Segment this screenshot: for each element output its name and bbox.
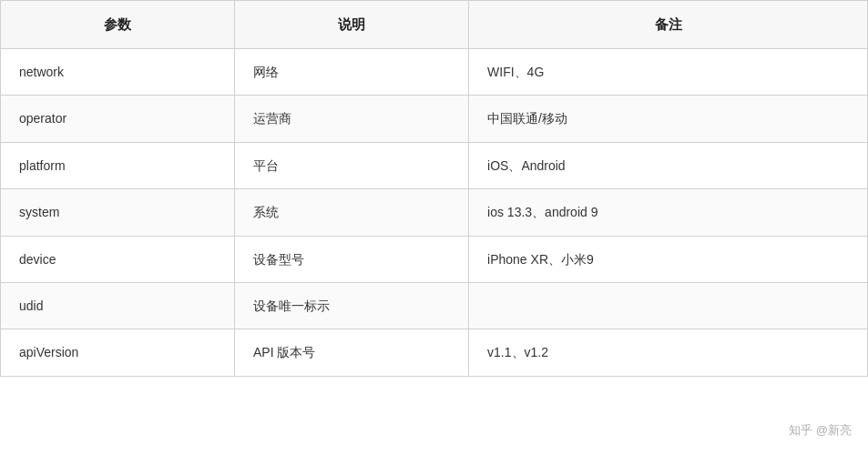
table-wrapper: 参数 说明 备注 network网络WIFI、4Goperator运营商中国联通…	[0, 0, 868, 455]
header-param: 参数	[1, 1, 235, 49]
cell-note-5	[469, 282, 868, 329]
cell-note-4: iPhone XR、小米9	[469, 236, 868, 282]
cell-note-6: v1.1、v1.2	[469, 329, 868, 376]
table-row: platform平台iOS、Android	[1, 142, 868, 188]
cell-note-3: ios 13.3、android 9	[469, 189, 868, 236]
cell-note-2: iOS、Android	[469, 142, 868, 188]
header-desc: 说明	[235, 1, 469, 49]
cell-desc-3: 系统	[235, 189, 469, 236]
cell-desc-1: 运营商	[235, 96, 469, 142]
cell-desc-5: 设备唯一标示	[235, 282, 469, 329]
cell-param-3: system	[1, 189, 235, 236]
cell-param-0: network	[1, 49, 235, 96]
cell-desc-4: 设备型号	[235, 236, 469, 282]
cell-note-0: WIFI、4G	[469, 49, 868, 96]
table-row: network网络WIFI、4G	[1, 49, 868, 96]
table-row: apiVersionAPI 版本号v1.1、v1.2	[1, 329, 868, 376]
data-table: 参数 说明 备注 network网络WIFI、4Goperator运营商中国联通…	[0, 0, 868, 377]
cell-desc-0: 网络	[235, 49, 469, 96]
cell-desc-6: API 版本号	[235, 329, 469, 376]
cell-param-6: apiVersion	[1, 329, 235, 376]
table-row: operator运营商中国联通/移动	[1, 96, 868, 142]
watermark: 知乎 @新亮	[789, 422, 852, 439]
table-row: udid设备唯一标示	[1, 282, 868, 329]
header-note: 备注	[469, 1, 868, 49]
cell-param-1: operator	[1, 96, 235, 142]
table-row: system系统ios 13.3、android 9	[1, 189, 868, 236]
cell-param-2: platform	[1, 142, 235, 188]
cell-note-1: 中国联通/移动	[469, 96, 868, 142]
cell-desc-2: 平台	[235, 142, 469, 188]
table-header-row: 参数 说明 备注	[1, 1, 868, 49]
cell-param-5: udid	[1, 282, 235, 329]
cell-param-4: device	[1, 236, 235, 282]
table-row: device设备型号iPhone XR、小米9	[1, 236, 868, 282]
